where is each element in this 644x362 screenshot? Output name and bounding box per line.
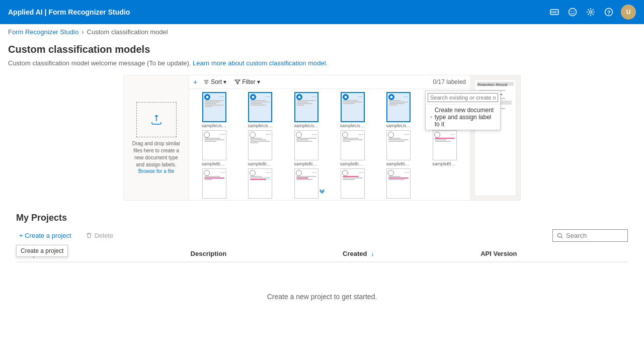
demo-banner: Drag and drop similar files here to crea… bbox=[123, 75, 521, 201]
doc-item[interactable]: ⋯ sampleBleed-of-l... bbox=[331, 168, 375, 200]
svg-rect-5 bbox=[551, 13, 552, 14]
doc-more-icon[interactable]: ⋯ bbox=[450, 132, 455, 137]
doc-thumb[interactable]: ⋯ bbox=[202, 130, 226, 160]
doc-item[interactable]: ⋯ sampleUser-nam... bbox=[238, 92, 283, 128]
breadcrumb-separator: › bbox=[82, 28, 84, 36]
svg-text:?: ? bbox=[607, 10, 611, 16]
doc-radio[interactable] bbox=[204, 94, 210, 100]
keyboard-icon[interactable] bbox=[548, 6, 560, 18]
doc-thumb[interactable]: ⋯ bbox=[386, 130, 411, 160]
sort-btn[interactable]: Sort ▾ bbox=[201, 77, 228, 86]
doc-thumb[interactable]: ⋯ bbox=[386, 168, 411, 199]
doc-radio[interactable] bbox=[204, 170, 210, 176]
doc-item[interactable]: ⋯ sampleBiz-auth... bbox=[192, 130, 236, 166]
col-created[interactable]: Created ↓ bbox=[337, 246, 474, 262]
doc-more-icon[interactable]: ⋯ bbox=[266, 132, 271, 137]
emoji-icon[interactable] bbox=[567, 6, 579, 18]
doc-thumb[interactable]: ⋯ bbox=[202, 92, 226, 122]
doc-thumb[interactable]: ⋯ bbox=[294, 92, 318, 122]
doc-label: sampleBleed-of-l... bbox=[248, 200, 273, 200]
doc-item[interactable]: ⋯ sampleBiz-auth... bbox=[377, 130, 421, 166]
breadcrumb-home[interactable]: Form Recognizer Studio bbox=[8, 28, 78, 36]
settings-icon[interactable] bbox=[585, 6, 597, 18]
doc-thumb[interactable]: ⋯ bbox=[341, 92, 365, 122]
learn-more-link[interactable]: Learn more about custom classification m… bbox=[193, 59, 328, 67]
col-description: Description bbox=[185, 246, 337, 262]
dropdown-item-create[interactable]: Create new document type and assign labe… bbox=[426, 105, 500, 130]
projects-title: My Projects bbox=[16, 213, 628, 223]
doc-item[interactable]: ⋯ sampleBleed-of-l... bbox=[423, 130, 467, 166]
doc-more-icon[interactable]: ⋯ bbox=[358, 132, 363, 137]
help-icon[interactable]: ? bbox=[603, 6, 615, 18]
doc-thumb[interactable]: ⋯ bbox=[248, 168, 272, 199]
label-dropdown: Create new document type and assign labe… bbox=[425, 90, 501, 130]
doc-thumb[interactable]: ⋯ bbox=[294, 168, 318, 199]
doc-more-icon[interactable]: ⋯ bbox=[404, 132, 409, 137]
doc-more-icon[interactable]: ⋯ bbox=[312, 132, 317, 137]
upload-text: Drag and drop similar files here to crea… bbox=[130, 140, 183, 168]
app-title: Applied AI | Form Recognizer Studio bbox=[8, 8, 130, 16]
svg-point-9 bbox=[571, 11, 572, 12]
doc-thumb[interactable]: ⋯ bbox=[294, 130, 318, 160]
sort-icon: ↓ bbox=[371, 250, 374, 257]
doc-more-icon[interactable]: ⋯ bbox=[220, 170, 225, 175]
upload-dropzone[interactable] bbox=[136, 102, 177, 137]
svg-rect-6 bbox=[553, 13, 556, 14]
doc-radio[interactable] bbox=[342, 170, 348, 176]
doc-thumb[interactable]: ⋯ bbox=[341, 168, 365, 199]
doc-more-icon[interactable]: ⋯ bbox=[404, 170, 409, 175]
doc-item[interactable]: ⋯ sampleUser-nam... bbox=[331, 92, 375, 128]
doc-item[interactable]: ⋯ sampleUser-nam... bbox=[192, 92, 236, 128]
doc-thumb[interactable]: ⋯ bbox=[433, 130, 457, 160]
doc-radio[interactable] bbox=[342, 132, 348, 138]
dropdown-search-input[interactable] bbox=[428, 93, 498, 102]
doc-more-icon[interactable]: ⋯ bbox=[220, 132, 225, 137]
expand-btn[interactable] bbox=[318, 187, 326, 196]
doc-more-icon[interactable]: ⋯ bbox=[358, 94, 363, 99]
doc-item[interactable]: ⋯ sampleBleed-of-l... bbox=[192, 168, 236, 200]
page-title: Custom classification models bbox=[8, 44, 636, 55]
doc-item[interactable]: ⋯ sampleBiz-auth... bbox=[284, 130, 329, 166]
doc-more-icon[interactable]: ⋯ bbox=[358, 170, 363, 175]
doc-label: sampleBleed-of-l... bbox=[340, 200, 365, 200]
doc-more-icon[interactable]: ⋯ bbox=[312, 170, 317, 175]
dropdown-search bbox=[426, 91, 500, 105]
doc-label: sampleUser-nam... bbox=[294, 123, 319, 128]
doc-item[interactable]: ⋯ sampleBleed-of-l... bbox=[377, 168, 421, 200]
doc-more-icon[interactable]: ⋯ bbox=[404, 94, 409, 99]
doc-more-icon[interactable]: ⋯ bbox=[311, 94, 316, 99]
doc-more-icon[interactable]: ⋯ bbox=[265, 94, 270, 99]
doc-more-icon[interactable]: ⋯ bbox=[266, 170, 271, 175]
doc-item[interactable]: ⋯ sampleUser-nam... bbox=[284, 92, 329, 128]
doc-thumb[interactable]: ⋯ bbox=[248, 130, 272, 160]
doc-radio[interactable] bbox=[204, 132, 210, 138]
doc-toolbar: + Sort ▾ Filter ▾ 0/17 labeled bbox=[189, 75, 470, 89]
doc-item[interactable]: ⋯ sampleUser-nam... bbox=[377, 92, 421, 128]
filter-btn[interactable]: Filter ▾ bbox=[232, 77, 262, 86]
doc-label: sampleBleed-of-l... bbox=[294, 200, 319, 200]
doc-item[interactable]: ⋯ sampleBiz-auth... bbox=[331, 130, 375, 166]
create-project-button[interactable]: + Create a project bbox=[16, 230, 74, 241]
doc-item[interactable]: ⋯ sampleBiz-auth... bbox=[238, 130, 283, 166]
svg-rect-3 bbox=[555, 11, 556, 12]
doc-label: sampleBiz-auth... bbox=[386, 161, 411, 166]
browse-link[interactable]: Browse for a file bbox=[138, 168, 175, 174]
doc-item[interactable]: ⋯ sampleBleed-of-l... bbox=[238, 168, 283, 200]
avatar[interactable]: U bbox=[621, 5, 636, 20]
search-box bbox=[552, 229, 628, 242]
search-input[interactable] bbox=[566, 232, 623, 239]
doc-thumb[interactable]: ⋯ bbox=[341, 130, 365, 160]
delete-button[interactable]: Delete bbox=[83, 230, 117, 241]
doc-thumb[interactable]: ⋯ bbox=[386, 92, 411, 122]
add-icon[interactable]: + bbox=[193, 78, 197, 86]
doc-thumb[interactable]: ⋯ bbox=[202, 168, 226, 199]
doc-thumb[interactable]: ⋯ bbox=[248, 92, 272, 122]
table-header: Project name Description Created ↓ API V… bbox=[16, 246, 628, 262]
doc-more-icon[interactable]: ⋯ bbox=[219, 94, 224, 99]
doc-label: sampleUser-nam... bbox=[386, 123, 411, 128]
app-header: Applied AI | Form Recognizer Studio bbox=[0, 0, 644, 24]
main-content: Custom classification models Custom clas… bbox=[0, 40, 644, 339]
projects-toolbar: + Create a project Create a project Dele… bbox=[16, 229, 628, 242]
doc-radio[interactable] bbox=[343, 94, 349, 100]
col-api-version: API Version bbox=[474, 246, 628, 262]
